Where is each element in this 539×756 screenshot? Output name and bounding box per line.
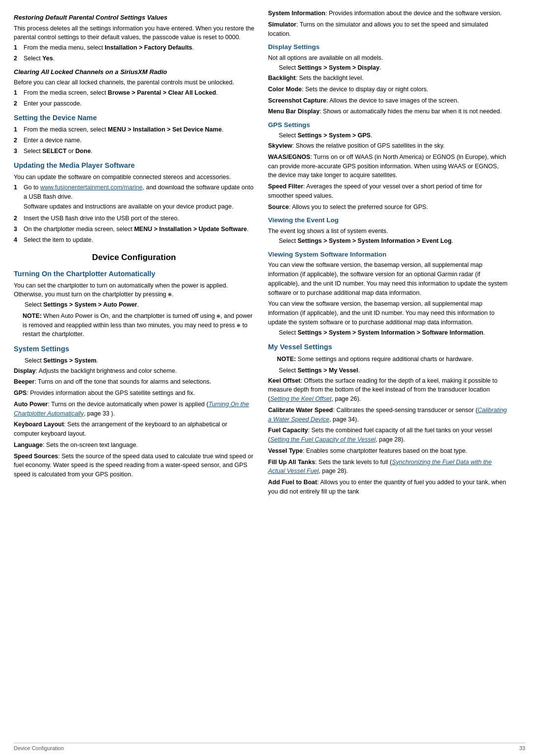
clearing-heading: Clearing All Locked Channels on a Sirius…: [14, 67, 254, 77]
device-name-step-2: 2 Enter a device name.: [14, 136, 254, 145]
auto-power-setting: Auto Power: Turns on the device automati…: [14, 400, 254, 418]
event-log-para: The event log shows a list of system eve…: [268, 227, 509, 236]
keel-offset-setting: Keel Offset: Offsets the surface reading…: [268, 376, 509, 404]
language-setting: Language: Sets the on-screen text langua…: [14, 441, 254, 450]
add-fuel-to-boat-setting: Add Fuel to Boat: Allows you to enter th…: [268, 478, 509, 496]
updating-steps: 1 Go to www.fusionentertainment.com/mari…: [14, 183, 254, 245]
turning-on-select: Select Settings > System > Auto Power.: [14, 300, 254, 310]
fusion-link[interactable]: www.fusionentertainment.com/marine: [40, 184, 142, 191]
updating-media-player-heading: Updating the Media Player Software: [14, 160, 254, 171]
clearing-para: Before you can clear all locked channels…: [14, 78, 254, 87]
clearing-step-2: 2 Enter your passcode.: [14, 99, 254, 108]
clearing-steps: 1 From the media screen, select Browse >…: [14, 88, 254, 108]
calibrate-water-speed-setting: Calibrate Water Speed: Calibrates the sp…: [268, 406, 509, 424]
keel-offset-link[interactable]: Setting the Keel Offset: [270, 395, 331, 402]
system-settings-select: Select Settings > System.: [14, 356, 254, 365]
auto-power-link[interactable]: Turning On the Chartplotter Automaticall…: [14, 401, 249, 417]
my-vessel-select: Select Settings > My Vessel.: [268, 366, 509, 375]
restoring-step-1: 1 From the media menu, select Installati…: [14, 43, 254, 52]
display-settings-heading: Display Settings: [268, 42, 509, 52]
event-log-heading: Viewing the Event Log: [268, 215, 509, 225]
source-setting: Source: Allows you to select the preferr…: [268, 203, 509, 212]
system-software-select: Select Settings > System > System Inform…: [268, 328, 509, 338]
system-software-para-2: You can view the software version, the b…: [268, 299, 509, 327]
my-vessel-note: NOTE: Some settings and options require …: [277, 355, 509, 364]
auto-power-note: NOTE: When Auto Power is On, and the cha…: [23, 312, 254, 339]
device-config-heading: Device Configuration: [14, 251, 254, 264]
fuel-capacity-link[interactable]: Setting the Fuel Capacity of the Vessel: [270, 436, 376, 443]
right-column: System Information: Provides information…: [268, 9, 509, 736]
footer-right: 33: [519, 745, 525, 751]
system-software-para-1: You can view the software version, the b…: [268, 261, 509, 297]
menu-bar-display-setting: Menu Bar Display: Shows or automatically…: [268, 107, 509, 116]
device-name-steps: 1 From the media screen, select MENU > I…: [14, 125, 254, 156]
beeper-setting: Beeper: Turns on and off the tone that s…: [14, 377, 254, 387]
fuel-capacity-setting: Fuel Capacity: Sets the combined fuel ca…: [268, 426, 509, 444]
page-container: Restoring Default Parental Control Setti…: [0, 0, 539, 756]
left-column: Restoring Default Parental Control Setti…: [14, 9, 254, 736]
gps-setting: GPS: Provides information about the GPS …: [14, 389, 254, 398]
updating-step-3: 3 On the chartplotter media screen, sele…: [14, 225, 254, 234]
device-name-step-1: 1 From the media screen, select MENU > I…: [14, 125, 254, 134]
backlight-setting: Backlight: Sets the backlight level.: [268, 74, 509, 83]
updating-step-4: 4 Select the item to update.: [14, 235, 254, 245]
my-vessel-settings-heading: My Vessel Settings: [268, 342, 509, 353]
gps-settings-select: Select Settings > System > GPS.: [268, 131, 509, 140]
footer: Device Configuration 33: [14, 743, 525, 751]
display-settings-para: Not all options are available on all mod…: [268, 53, 509, 63]
screenshot-capture-setting: Screenshot Capture: Allows the device to…: [268, 96, 509, 105]
footer-left: Device Configuration: [14, 745, 64, 751]
turning-on-para: You can set the chartplotter to turn on …: [14, 281, 254, 300]
skyview-setting: Skyview: Shows the relative position of …: [268, 141, 509, 151]
system-information-setting: System Information: Provides information…: [268, 9, 509, 18]
updating-step-2: 2 Insert the USB flash drive into the US…: [14, 214, 254, 223]
restoring-step-2: 2 Select Yes.: [14, 54, 254, 63]
gps-settings-heading: GPS Settings: [268, 120, 509, 130]
keyboard-layout-setting: Keyboard Layout: Sets the arrangement of…: [14, 420, 254, 439]
fill-up-tanks-setting: Fill Up All Tanks: Sets the tank levels …: [268, 458, 509, 476]
clearing-step-1: 1 From the media screen, select Browse >…: [14, 88, 254, 98]
speed-filter-setting: Speed Filter: Averages the speed of your…: [268, 182, 509, 201]
turning-on-heading: Turning On the Chartplotter Automaticall…: [14, 269, 254, 280]
vessel-type-setting: Vessel Type: Enables some chartplotter f…: [268, 446, 509, 456]
event-log-select: Select Settings > System > System Inform…: [268, 236, 509, 246]
updating-step-1-sub: Software updates and instructions are av…: [24, 202, 254, 211]
display-settings-select: Select Settings > System > Display.: [268, 63, 509, 73]
restoring-steps: 1 From the media menu, select Installati…: [14, 43, 254, 63]
system-settings-heading: System Settings: [14, 344, 254, 355]
simulator-setting: Simulator: Turns on the simulator and al…: [268, 20, 509, 39]
waas-setting: WAAS/EGNOS: Turns on or off WAAS (in Nor…: [268, 153, 509, 180]
restoring-para: This process deletes all the settings in…: [14, 24, 254, 43]
color-mode-setting: Color Mode: Sets the device to display d…: [268, 85, 509, 94]
speed-sources-setting: Speed Sources: Sets the source of the sp…: [14, 452, 254, 479]
system-software-info-heading: Viewing System Software Information: [268, 250, 509, 260]
updating-media-para: You can update the software on compatibl…: [14, 173, 254, 182]
display-setting: Display: Adjusts the backlight brightnes…: [14, 366, 254, 376]
restoring-heading: Restoring Default Parental Control Setti…: [14, 13, 254, 23]
device-name-step-3: 3 Select SELECT or Done.: [14, 147, 254, 156]
two-column-layout: Restoring Default Parental Control Setti…: [14, 9, 525, 736]
updating-step-1: 1 Go to www.fusionentertainment.com/mari…: [14, 183, 254, 212]
setting-device-name-heading: Setting the Device Name: [14, 113, 254, 124]
